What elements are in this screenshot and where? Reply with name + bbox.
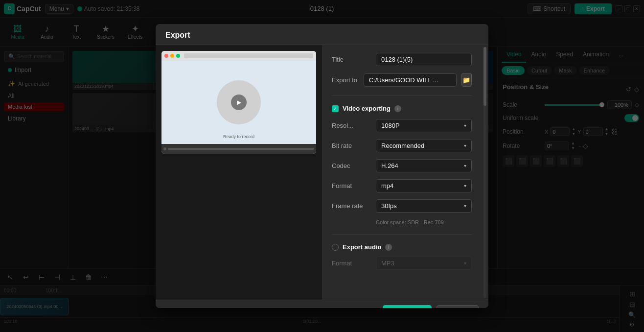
modal-body: ▶ Ready to record T	[156, 45, 488, 300]
resolution-label: Resol...	[332, 122, 371, 129]
resolution-row: Resol... 1080P ▾	[332, 119, 472, 132]
codec-label: Codec	[332, 162, 371, 169]
export-to-row: Export to 📁	[332, 73, 472, 87]
cancel-button[interactable]: Cancel	[437, 305, 479, 308]
format-label: Format	[332, 182, 371, 190]
modal-form: Title Export to 📁 ✓	[322, 45, 482, 300]
resolution-value: 1080P	[381, 122, 400, 129]
export-audio-label: Export audio	[343, 243, 381, 251]
export-to-label: Export to	[332, 76, 359, 84]
codec-value: H.264	[381, 162, 398, 169]
divider-1	[332, 95, 472, 96]
codec-select[interactable]: H.264 ▾	[376, 159, 472, 172]
modal-footer: 🎬 Duration: 31s | Size: 46M (estimated) …	[156, 300, 488, 308]
frame-rate-label: Frame rate	[332, 202, 371, 210]
resolution-arrow: ▾	[464, 123, 466, 128]
preview-thumbnail: ▶ Ready to record	[161, 51, 316, 154]
bit-rate-value: Recommended	[381, 142, 424, 149]
video-exporting-checkbox[interactable]: ✓	[332, 105, 339, 112]
audio-format-row: Format MP3 ▾	[332, 257, 472, 270]
video-exporting-info-icon[interactable]: i	[394, 105, 401, 112]
footer-actions: Export Cancel	[383, 305, 479, 308]
title-label: Title	[332, 56, 371, 63]
export-audio-checkbox[interactable]	[332, 244, 339, 251]
title-row: Title	[332, 53, 472, 66]
bit-rate-row: Bit rate Recommended ▾	[332, 139, 472, 152]
bit-rate-label: Bit rate	[332, 142, 371, 149]
scrollbar-thumb[interactable]	[483, 47, 486, 106]
frame-rate-value: 30fps	[381, 202, 397, 210]
video-exporting-label: Video exporting	[343, 105, 391, 112]
codec-arrow: ▾	[464, 163, 466, 168]
audio-format-value: MP3	[381, 260, 394, 267]
format-select[interactable]: mp4 ▾	[376, 179, 472, 192]
preview-ready-text: Ready to record	[223, 134, 254, 139]
format-row: Format mp4 ▾	[332, 179, 472, 192]
modal-overlay: Export ▶	[0, 0, 644, 332]
audio-format-arrow: ▾	[464, 261, 466, 266]
format-arrow: ▾	[464, 183, 466, 189]
divider-2	[332, 234, 472, 235]
folder-button[interactable]: 📁	[461, 73, 472, 87]
video-exporting-row[interactable]: ✓ Video exporting i	[332, 105, 472, 112]
frame-rate-arrow: ▾	[464, 203, 466, 209]
export-to-input[interactable]	[364, 73, 457, 87]
audio-format-label: Format	[332, 260, 371, 267]
export-audio-section: Export audio i Format MP3 ▾	[332, 243, 472, 270]
bit-rate-select[interactable]: Recommended ▾	[376, 139, 472, 152]
export-modal: Export ▶	[156, 24, 488, 308]
modal-scrollbar[interactable]	[483, 47, 486, 298]
audio-format-select: MP3 ▾	[376, 257, 472, 270]
color-space-note: Color space: SDR - Rec.709	[332, 219, 472, 225]
format-value: mp4	[381, 182, 393, 190]
export-button[interactable]: Export	[383, 305, 432, 308]
resolution-select[interactable]: 1080P ▾	[376, 119, 472, 132]
folder-icon: 📁	[462, 76, 470, 84]
modal-header: Export	[156, 24, 488, 45]
title-input[interactable]	[376, 53, 472, 66]
bit-rate-arrow: ▾	[464, 143, 466, 148]
frame-rate-row: Frame rate 30fps ▾	[332, 199, 472, 213]
export-audio-row[interactable]: Export audio i	[332, 243, 472, 251]
export-audio-info-icon[interactable]: i	[385, 244, 392, 251]
codec-row: Codec H.264 ▾	[332, 159, 472, 172]
modal-preview-panel: ▶ Ready to record	[156, 45, 322, 300]
frame-rate-select[interactable]: 30fps ▾	[376, 199, 472, 213]
